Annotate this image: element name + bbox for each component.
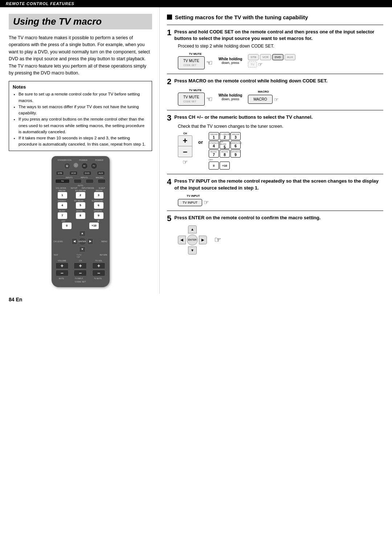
note-item: Be sure to set up a remote control code … xyxy=(19,91,148,104)
stb-btn[interactable]: STB xyxy=(56,171,64,175)
code-set-label: CODE SET xyxy=(54,281,107,283)
step-5-header: 5 Press ENTER on the remote control to c… xyxy=(167,215,383,223)
ch-col: CH + – xyxy=(74,260,87,276)
hand-icon-3: ☞ xyxy=(206,95,213,103)
aux-btn[interactable]: AUX xyxy=(97,171,105,175)
step-4-text: Press TV INPUT on the remote control rep… xyxy=(174,178,383,191)
num-keypad: 5BEAM 1 ST+3BEAM 2 3BEAM 3 STEREO xyxy=(209,132,241,158)
step2-btn-group: TV MUTECODE SET ☞ xyxy=(178,93,213,106)
tv-mute-illus-label: TV MUTE xyxy=(189,52,201,56)
num-7-btn[interactable]: 7 xyxy=(58,212,67,219)
enter-nav-left: ◀ xyxy=(178,236,186,244)
remote-control: STANDBY/ON POWER POWER ⏻ ○ AV TV STB VCR… xyxy=(52,156,110,287)
step2-macro-group: MACRO MACRO ☞ xyxy=(248,90,278,104)
while-holding-down-1: down, press xyxy=(219,61,242,65)
tv-mute-label: TV MUTE xyxy=(94,277,102,280)
step-3-text: Press CH +/– or the numeric buttons to s… xyxy=(174,114,313,121)
while-holding-down-2: down, press xyxy=(219,97,242,101)
divider-3 xyxy=(167,110,383,110)
step-5-num: 5 xyxy=(167,215,171,223)
vol-minus-btn[interactable]: – xyxy=(56,270,69,276)
remote-illustration: STANDBY/ON POWER POWER ⏻ ○ AV TV STB VCR… xyxy=(9,156,152,287)
step-2-text: Press MACRO on the remote control while … xyxy=(174,78,327,84)
enter-nav-right: ▶ xyxy=(199,236,207,244)
num-2-btn[interactable]: 2 xyxy=(76,192,85,199)
num-0-btn[interactable]: 0 xyxy=(62,223,72,229)
hand-icon-5: ☞ xyxy=(183,159,188,166)
section-bullet xyxy=(167,15,172,20)
enter-nav-cross: ▲ ▼ ◀ ▶ ENTER xyxy=(178,225,207,254)
notes-title: Notes xyxy=(13,84,148,90)
note-item: If you press any control buttons on the … xyxy=(19,116,148,135)
notes-box: Notes Be sure to set up a remote control… xyxy=(9,81,152,151)
step-2-illustration: TV MUTE TV MUTECODE SET ☞ While holding … xyxy=(178,89,383,106)
enter-nav-enter: ENTER xyxy=(187,235,198,245)
num-8-btn[interactable]: 8 xyxy=(76,212,85,219)
ch-label-top: CH xyxy=(183,132,187,135)
divider-5 xyxy=(167,211,383,211)
remote-num-row2: 4 5 6 xyxy=(54,202,107,209)
step-4-header: 4 Press TV INPUT on the remote control r… xyxy=(167,178,383,191)
vcr-btn[interactable]: VCR xyxy=(69,171,78,175)
tvvol-plus-btn[interactable]: + xyxy=(92,262,105,269)
step1-top-btns: STB VCR DVD AUX xyxy=(248,54,295,60)
enter-btn[interactable]: ENTER xyxy=(78,237,86,245)
step-3: 3 Press CH +/– or the numeric buttons to… xyxy=(167,114,383,170)
standby-btn[interactable]: ⏻ xyxy=(64,163,70,169)
page-header: REMOTE CONTROL FEATURES xyxy=(0,0,392,7)
key-7: MUSIC 7 xyxy=(209,150,219,158)
step2-while-holding: While holding down, press xyxy=(219,93,242,101)
num-3-btn[interactable]: 3 xyxy=(94,192,103,199)
input2-btn[interactable] xyxy=(86,179,94,183)
tv-mute-illus-label-2: TV MUTE xyxy=(189,89,201,92)
key-6: SURROUND 6 xyxy=(230,141,241,149)
step-2-num: 2 xyxy=(167,78,171,86)
nav-up-btn[interactable]: ▲ xyxy=(79,231,86,236)
key-0: 0 xyxy=(209,162,219,170)
ch-minus-btn[interactable]: – xyxy=(74,270,87,276)
remote-stb-row: STB VCR DVD AUX xyxy=(54,171,107,175)
num-4-btn[interactable]: 4 xyxy=(58,202,67,209)
tvvol-minus-btn[interactable]: – xyxy=(92,270,105,276)
enter-nav-down: ▼ xyxy=(188,247,197,254)
step-4-num: 4 xyxy=(167,178,171,186)
key-4: STEREO 4 xyxy=(209,141,219,149)
nav-left-btn[interactable]: ◀ xyxy=(72,238,77,245)
num-6-btn[interactable]: 6 xyxy=(94,202,103,209)
macro-btn-group: MACRO ☞ xyxy=(248,95,278,104)
ch-plus-btn[interactable]: + xyxy=(74,262,87,269)
tv-input-illus-btn: TV INPUT xyxy=(178,199,202,206)
num-9-btn[interactable]: 9 xyxy=(94,212,103,219)
macro-btn[interactable] xyxy=(98,179,106,183)
dvd-btn[interactable]: DVD xyxy=(83,171,91,175)
power-btn1[interactable]: ○ xyxy=(73,163,78,168)
av-btn[interactable]: AV xyxy=(81,163,88,169)
key-9: SPORTS 9 xyxy=(230,150,241,158)
key-2: ST+3BEAM 2 xyxy=(220,132,230,140)
nav-right-btn[interactable]: ▶ xyxy=(87,238,93,245)
step-4: 4 Press TV INPUT on the remote control r… xyxy=(167,178,383,206)
tv-top-btn[interactable]: TV xyxy=(91,163,97,169)
power-label2: POWER xyxy=(95,159,103,161)
vol-label: VOLUME xyxy=(58,260,66,262)
tvvol-col: TV VOL + – xyxy=(92,260,105,276)
remote-num-row3: 7 8 9 xyxy=(54,212,107,219)
nav-cross: ▲ ▼ ◀ ▶ ENTER xyxy=(72,231,93,252)
plus10-btn[interactable]: +10 xyxy=(89,223,99,229)
remote-input-label-row: INPUT1 INPUT2 MACRO xyxy=(54,176,107,179)
tv-input-btn-group: TV INPUT ☞ xyxy=(178,199,209,206)
step2-left-group: TV MUTE TV MUTECODE SET ☞ xyxy=(178,89,213,106)
section-title: Setting macros for the TV with the tunin… xyxy=(175,14,308,21)
num-1-btn[interactable]: 1 xyxy=(58,192,67,199)
vol-plus-btn[interactable]: + xyxy=(56,262,69,269)
vcr-illus-btn: VCR xyxy=(260,54,271,60)
note-item: The ways to set macros differ if your TV… xyxy=(19,104,148,117)
num-5-btn[interactable]: 5 xyxy=(76,202,85,209)
standby-label: STANDBY/ON xyxy=(57,159,72,161)
nav-down-btn[interactable]: ▼ xyxy=(79,247,86,252)
tv-mute-illus-btn-2: TV MUTECODE SET xyxy=(178,93,205,106)
input1-btn[interactable] xyxy=(74,179,82,183)
tv-btn[interactable]: TV xyxy=(55,179,70,183)
volume-col: VOLUME + – xyxy=(56,260,69,276)
remote-power-row: ⏻ ○ AV TV xyxy=(54,163,107,169)
